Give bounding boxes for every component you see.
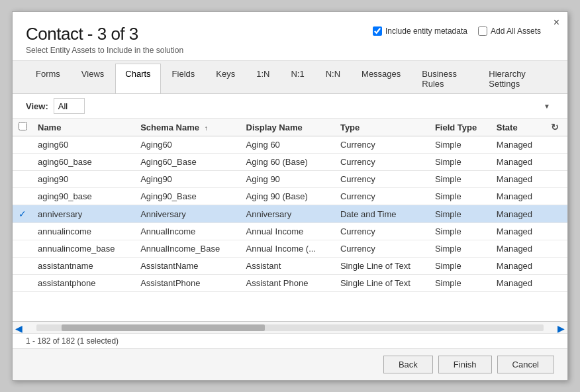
tab-forms[interactable]: Forms xyxy=(26,64,70,93)
table-row[interactable]: assistantnameAssistantNameAssistantSingl… xyxy=(13,258,567,275)
row-type: Currency xyxy=(335,223,430,240)
row-type: Currency xyxy=(335,171,430,188)
tab-nn[interactable]: N:N xyxy=(316,64,350,93)
row-schema_name: Aging60_Base xyxy=(135,154,240,171)
row-display_name: Anniversary xyxy=(241,205,335,223)
table-row[interactable]: aging60Aging60Aging 60CurrencySimpleMana… xyxy=(13,136,567,154)
row-type: Date and Time xyxy=(335,205,430,223)
check-icon: ✓ xyxy=(19,209,26,219)
row-check-cell[interactable] xyxy=(13,136,32,154)
row-field_type: Simple xyxy=(430,240,491,258)
status-bar: 1 - 182 of 182 (1 selected) xyxy=(13,333,567,348)
include-metadata-label[interactable]: Include entity metadata xyxy=(373,26,467,36)
row-state: Managed xyxy=(491,154,546,171)
row-state: Managed xyxy=(491,205,546,223)
back-button[interactable]: Back xyxy=(383,356,433,373)
col-name[interactable]: Name xyxy=(32,119,135,136)
row-name: aging60 xyxy=(32,136,135,154)
tab-hierarchy-settings[interactable]: Hierarchy Settings xyxy=(479,64,553,93)
row-display_name: Assistant xyxy=(241,258,335,275)
select-all-checkbox[interactable] xyxy=(19,122,27,130)
row-field_type: Simple xyxy=(430,275,491,292)
col-check[interactable] xyxy=(13,119,32,136)
row-schema_name: AssistantName xyxy=(135,258,240,275)
tab-messages[interactable]: Messages xyxy=(352,64,411,93)
row-check-cell[interactable]: ✓ xyxy=(13,205,32,223)
refresh-icon[interactable]: ↻ xyxy=(551,122,559,132)
row-action xyxy=(546,275,567,292)
col-refresh[interactable]: ↻ xyxy=(546,119,567,136)
row-action xyxy=(546,188,567,205)
row-name: aging90_base xyxy=(32,188,135,205)
close-button[interactable]: × xyxy=(554,17,559,28)
row-type: Currency xyxy=(335,136,430,154)
tab-business-rules[interactable]: Business Rules xyxy=(412,64,477,93)
row-display_name: Aging 90 xyxy=(241,171,335,188)
row-display_name: Assistant Phone xyxy=(241,275,335,292)
scrollbar-thumb[interactable] xyxy=(62,324,264,331)
row-name: assistantname xyxy=(32,258,135,275)
col-state[interactable]: State xyxy=(491,119,546,136)
row-display_name: Annual Income (... xyxy=(241,240,335,258)
row-field_type: Simple xyxy=(430,188,491,205)
tab-views[interactable]: Views xyxy=(72,64,114,93)
row-name: assistantphone xyxy=(32,275,135,292)
tabs-bar: Forms Views Charts Fields Keys 1:N N:1 N… xyxy=(13,61,567,94)
row-field_type: Simple xyxy=(430,154,491,171)
row-display_name: Aging 60 xyxy=(241,136,335,154)
col-schema-name[interactable]: Schema Name ↑ xyxy=(135,119,240,136)
row-schema_name: AssistantPhone xyxy=(135,275,240,292)
row-display_name: Aging 60 (Base) xyxy=(241,154,335,171)
finish-button[interactable]: Finish xyxy=(438,356,492,373)
row-check-cell[interactable] xyxy=(13,240,32,258)
row-state: Managed xyxy=(491,275,546,292)
row-schema_name: Anniversary xyxy=(135,205,240,223)
row-check-cell[interactable] xyxy=(13,154,32,171)
dialog: × Contact - 3 of 3 Select Entity Assets … xyxy=(12,11,568,381)
dialog-footer: Back Finish Cancel xyxy=(13,348,567,380)
add-all-assets-label[interactable]: Add All Assets xyxy=(478,26,541,36)
view-select[interactable]: All xyxy=(54,98,85,114)
horizontal-scrollbar[interactable]: ◀ ▶ xyxy=(13,321,567,333)
row-field_type: Simple xyxy=(430,136,491,154)
scroll-right-button[interactable]: ▶ xyxy=(557,323,565,334)
row-check-cell[interactable] xyxy=(13,171,32,188)
table-row[interactable]: annualincome_baseAnnualIncome_BaseAnnual… xyxy=(13,240,567,258)
row-schema_name: AnnualIncome xyxy=(135,223,240,240)
row-check-cell[interactable] xyxy=(13,223,32,240)
row-check-cell[interactable] xyxy=(13,258,32,275)
table-row[interactable]: aging90_baseAging90_BaseAging 90 (Base)C… xyxy=(13,188,567,205)
row-schema_name: Aging60 xyxy=(135,136,240,154)
table-row[interactable]: annualincomeAnnualIncomeAnnual IncomeCur… xyxy=(13,223,567,240)
table-row[interactable]: aging60_baseAging60_BaseAging 60 (Base)C… xyxy=(13,154,567,171)
table-row[interactable]: ✓anniversaryAnniversaryAnniversaryDate a… xyxy=(13,205,567,223)
row-state: Managed xyxy=(491,171,546,188)
row-name: annualincome xyxy=(32,223,135,240)
status-text: 1 - 182 of 182 (1 selected) xyxy=(26,336,119,346)
row-type: Single Line of Text xyxy=(335,258,430,275)
add-all-assets-checkbox[interactable] xyxy=(478,26,487,36)
row-state: Managed xyxy=(491,188,546,205)
row-action xyxy=(546,171,567,188)
row-display_name: Annual Income xyxy=(241,223,335,240)
tab-charts[interactable]: Charts xyxy=(115,64,160,93)
header-right: Include entity metadata Add All Assets xyxy=(373,26,541,36)
tab-n1[interactable]: N:1 xyxy=(281,64,314,93)
cancel-button[interactable]: Cancel xyxy=(497,356,554,373)
view-bar: View: All xyxy=(13,94,567,119)
row-check-cell[interactable] xyxy=(13,275,32,292)
tab-1n[interactable]: 1:N xyxy=(246,64,279,93)
row-action xyxy=(546,258,567,275)
col-display-name[interactable]: Display Name xyxy=(241,119,335,136)
include-metadata-checkbox[interactable] xyxy=(373,26,382,36)
tab-fields[interactable]: Fields xyxy=(162,64,205,93)
row-name: aging60_base xyxy=(32,154,135,171)
table-row[interactable]: assistantphoneAssistantPhoneAssistant Ph… xyxy=(13,275,567,292)
scroll-left-button[interactable]: ◀ xyxy=(15,323,23,334)
col-field-type[interactable]: Field Type xyxy=(430,119,491,136)
tab-keys[interactable]: Keys xyxy=(206,64,245,93)
table-row[interactable]: aging90Aging90Aging 90CurrencySimpleMana… xyxy=(13,171,567,188)
row-check-cell[interactable] xyxy=(13,188,32,205)
row-type: Single Line of Text xyxy=(335,275,430,292)
col-type[interactable]: Type xyxy=(335,119,430,136)
